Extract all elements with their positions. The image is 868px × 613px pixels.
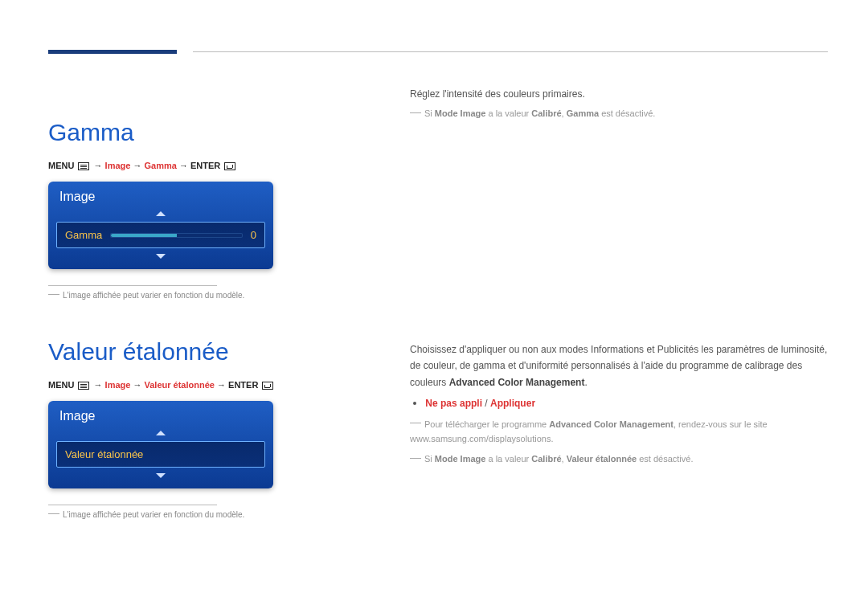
menu-label: MENU bbox=[48, 380, 74, 390]
osd-title: Image bbox=[48, 182, 273, 207]
chevron-down-icon[interactable] bbox=[48, 250, 273, 263]
caption-divider bbox=[48, 505, 217, 505]
path-valeur: Valeur étalonnée bbox=[145, 380, 215, 390]
section-title-gamma: Gamma bbox=[48, 119, 313, 146]
header-divider bbox=[193, 51, 828, 52]
menu-icon bbox=[78, 382, 89, 390]
osd-row-valeur[interactable]: Valeur étalonnée bbox=[56, 441, 265, 468]
path-image: Image bbox=[105, 380, 131, 390]
gamma-description: Réglez l'intensité des couleurs primaire… bbox=[410, 87, 828, 102]
osd-row-gamma[interactable]: Gamma 0 bbox=[56, 222, 265, 248]
path-gamma: Gamma bbox=[145, 161, 177, 170]
chevron-up-icon[interactable] bbox=[48, 427, 273, 439]
osd-panel-valeur: Image Valeur étalonnée bbox=[48, 401, 273, 488]
osd-row-label: Valeur étalonnée bbox=[65, 448, 143, 460]
gamma-slider[interactable] bbox=[110, 233, 243, 238]
path-image: Image bbox=[105, 161, 131, 170]
gamma-note: Si Mode Image a la valeur Calibré, Gamma… bbox=[410, 107, 828, 121]
caption-divider bbox=[48, 285, 217, 286]
bullet-icon bbox=[413, 402, 416, 405]
enter-label: ENTER bbox=[228, 380, 258, 390]
gamma-value: 0 bbox=[251, 229, 256, 241]
enter-label: ENTER bbox=[190, 161, 220, 170]
menu-label: MENU bbox=[48, 161, 74, 170]
osd-panel-gamma: Image Gamma 0 bbox=[48, 182, 273, 269]
image-caption: L'image affichée peut varier en fonction… bbox=[48, 291, 313, 300]
chevron-down-icon[interactable] bbox=[48, 469, 273, 482]
osd-row-label: Gamma bbox=[65, 229, 102, 241]
image-caption: L'image affichée peut varier en fonction… bbox=[48, 510, 313, 519]
enter-icon bbox=[262, 382, 273, 390]
valeur-description: Choisissez d'appliquer ou non aux modes … bbox=[410, 341, 828, 390]
valeur-options: Ne pas appli / Appliquer bbox=[410, 395, 828, 411]
section-title-valeur: Valeur étalonnée bbox=[48, 338, 313, 366]
osd-title: Image bbox=[48, 401, 273, 427]
menu-path-gamma: MENU → Image → Gamma → ENTER bbox=[48, 161, 313, 170]
enter-icon bbox=[224, 162, 235, 170]
header-accent bbox=[48, 50, 177, 54]
menu-icon bbox=[78, 162, 89, 170]
valeur-note-download: Pour télécharger le programme Advanced C… bbox=[410, 417, 828, 447]
option-ne-pas-appli: Ne pas appli bbox=[425, 398, 482, 409]
option-appliquer: Appliquer bbox=[490, 398, 535, 409]
menu-path-valeur: MENU → Image → Valeur étalonnée → ENTER bbox=[48, 380, 313, 390]
chevron-up-icon[interactable] bbox=[48, 207, 273, 220]
valeur-note-disabled: Si Mode Image a la valeur Calibré, Valeu… bbox=[410, 452, 828, 467]
